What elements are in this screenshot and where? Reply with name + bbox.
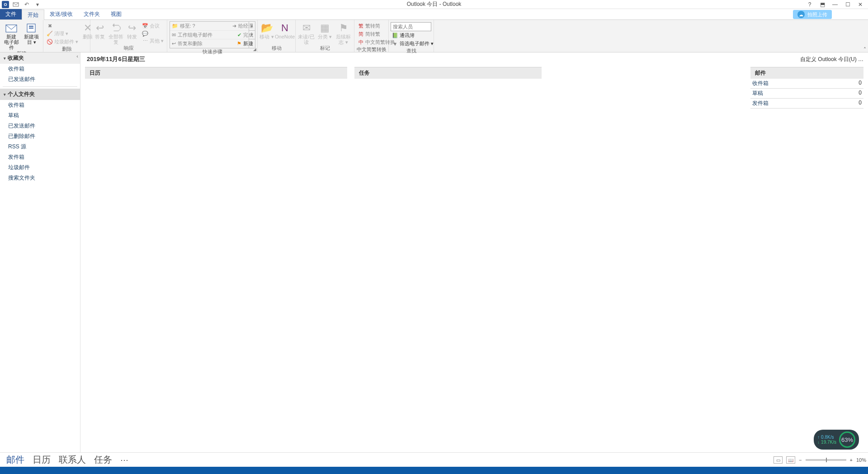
navpane-collapse-icon[interactable]: ‹: [76, 53, 78, 59]
more-icon: ⋯: [142, 38, 148, 44]
search-people-input[interactable]: [391, 22, 431, 31]
gallery-down-icon[interactable]: ▼: [249, 31, 255, 40]
navigation-pane: ‹ 收藏夹 收件箱 已发送邮件 个人文件夹 收件箱 草稿 已发送邮件 已删除邮件…: [0, 52, 80, 452]
nav-fav-sent[interactable]: 已发送邮件: [0, 74, 80, 85]
qat-sendreceive-icon[interactable]: [12, 0, 20, 9]
cloud-upload-icon: ☁: [797, 11, 805, 18]
qs-teammail: 工作组电子邮件: [178, 32, 212, 38]
close-icon[interactable]: ✕: [854, 0, 866, 9]
cleanup-button[interactable]: 🧹清理 ▾: [45, 30, 80, 38]
onenote-icon: N: [278, 22, 292, 34]
nav-fav-inbox[interactable]: 收件箱: [0, 64, 80, 74]
status-controls: ▭ 📖 − + 10%: [774, 454, 866, 466]
svg-rect-4: [29, 28, 33, 28]
mail-row-drafts[interactable]: 草稿0: [750, 89, 863, 99]
upload-button[interactable]: ☁ 拍照上传: [793, 10, 832, 19]
zoom-slider[interactable]: [806, 459, 846, 461]
nav-people[interactable]: 联系人: [59, 454, 86, 466]
help-icon[interactable]: ?: [804, 0, 816, 9]
ribbon-group-new: 新建 电子邮件 新建项目 ▾ 新建: [0, 20, 43, 52]
nav-rss[interactable]: RSS 源: [0, 142, 80, 152]
mail-panel: 邮件 收件箱0 草稿0 发件箱0: [750, 67, 863, 109]
customize-today-link[interactable]: 自定义 Outlook 今日(U) …: [800, 56, 863, 63]
reply-button[interactable]: ↩答复: [92, 21, 108, 39]
junk-button[interactable]: 🚫垃圾邮件 ▾: [45, 38, 80, 46]
reply-all-button[interactable]: ⮌全部答复: [108, 21, 124, 45]
zoom-minus-icon[interactable]: −: [799, 457, 802, 463]
nav-inbox[interactable]: 收件箱: [0, 100, 80, 110]
tab-home[interactable]: 开始: [22, 9, 44, 20]
ribbon-group-move: 📂移动 ▾ NOneNote 移动: [258, 20, 296, 52]
new-email-button[interactable]: 新建 电子邮件: [2, 21, 21, 50]
forward-arrow-icon: ➜: [232, 23, 236, 29]
nav-mail[interactable]: 邮件: [6, 454, 24, 466]
group-label-cnconv: 中文简繁转换: [356, 46, 387, 52]
group-label-move: 移动: [259, 45, 293, 52]
addressbook-button[interactable]: 📗通讯簿: [391, 32, 435, 39]
tab-folder[interactable]: 文件夹: [78, 9, 105, 19]
broom-icon: 🧹: [47, 31, 53, 37]
nav-searchfolders[interactable]: 搜索文件夹: [0, 173, 80, 183]
mail-panel-header: 邮件: [750, 67, 863, 79]
quicksteps-gallery[interactable]: 📁移至: ?➜给经理 ✉工作组电子邮件✔完成 ↩答复和删除⚑新建 ▲▼▾: [170, 21, 255, 48]
categorize-button[interactable]: ▦分类 ▾: [316, 21, 334, 39]
view-reading-icon[interactable]: 📖: [786, 456, 795, 464]
ribbon-group-find: 📗通讯簿 ▼筛选电子邮件 ▾ 查找: [389, 20, 434, 52]
calendar-panel: 日历: [85, 67, 347, 109]
more-respond-button[interactable]: ⋯其他 ▾: [141, 37, 165, 45]
mail-icon: ✉: [172, 32, 176, 38]
categorize-label: 分类 ▾: [318, 34, 332, 39]
mail-row-outbox[interactable]: 发件箱0: [750, 99, 863, 109]
nav-calendar[interactable]: 日历: [33, 454, 51, 466]
forward-button[interactable]: ↪转发: [124, 21, 140, 39]
view-normal-icon[interactable]: ▭: [774, 456, 783, 464]
nav-personal-header[interactable]: 个人文件夹: [0, 89, 80, 100]
ignore-button[interactable]: ✖: [45, 22, 80, 29]
nav-drafts[interactable]: 草稿: [0, 110, 80, 121]
tasks-panel: 任务: [354, 67, 542, 109]
nav-more-icon[interactable]: ⋯: [120, 455, 129, 465]
outlook-icon: O: [2, 1, 9, 8]
qat-undo-icon[interactable]: ↶: [23, 0, 31, 9]
collapse-ribbon-icon[interactable]: ˄: [863, 47, 866, 53]
new-item-button[interactable]: 新建项目 ▾: [22, 21, 42, 45]
gallery-up-icon[interactable]: ▲: [249, 22, 255, 31]
dialog-launcher-icon[interactable]: ◢: [253, 47, 256, 52]
ribbon-options-icon[interactable]: ⬒: [816, 0, 828, 9]
followup-button[interactable]: ⚑后续标志 ▾: [335, 21, 352, 45]
filter-email-button[interactable]: ▼筛选电子邮件 ▾: [391, 40, 435, 47]
onenote-label: OneNote: [275, 34, 295, 39]
new-email-icon: [4, 22, 19, 34]
nav-tasks[interactable]: 任务: [94, 454, 112, 466]
onenote-button[interactable]: NOneNote: [275, 21, 295, 39]
cn-trad-icon: 繁: [358, 23, 364, 29]
nav-outbox[interactable]: 发件箱: [0, 152, 80, 162]
nav-favorites-header[interactable]: 收藏夹: [0, 52, 80, 64]
ribbon: 新建 电子邮件 新建项目 ▾ 新建 ✖ 🧹清理 ▾ 🚫垃圾邮件 ▾ ✕ 删除: [0, 20, 868, 52]
maximize-icon[interactable]: ☐: [842, 0, 854, 9]
tab-sendreceive[interactable]: 发送/接收: [44, 9, 78, 19]
tab-view[interactable]: 视图: [105, 9, 127, 19]
ribbon-tabs: 文件 开始 发送/接收 文件夹 视图 ☁ 拍照上传: [0, 9, 868, 20]
reply-all-label: 全部答复: [108, 34, 124, 45]
flag-followup-icon: ⚑: [336, 22, 351, 34]
tab-file[interactable]: 文件: [0, 9, 22, 19]
nav-junk[interactable]: 垃圾邮件: [0, 162, 80, 173]
zoom-plus-icon[interactable]: +: [850, 457, 853, 463]
move-button[interactable]: 📂移动 ▾: [259, 21, 274, 39]
forward-label: 转发: [127, 34, 137, 39]
window-title: Outlook 今日 - Outlook: [407, 0, 462, 8]
im-icon: 💬: [142, 30, 148, 37]
mail-row-inbox[interactable]: 收件箱0: [750, 79, 863, 89]
nav-deleted[interactable]: 已删除邮件: [0, 131, 80, 142]
nav-sent[interactable]: 已发送邮件: [0, 121, 80, 131]
minimize-icon[interactable]: —: [829, 0, 841, 9]
today-date: 2019年11月6日星期三: [85, 55, 145, 63]
meeting-button[interactable]: 📅会议: [141, 22, 165, 30]
qat-customize-icon[interactable]: ▾: [33, 0, 42, 9]
im-button[interactable]: 💬: [141, 30, 165, 37]
ribbon-group-respond: ↩答复 ⮌全部答复 ↪转发 📅会议 💬 ⋯其他 ▾ 响应: [90, 20, 167, 52]
check-icon: ✔: [237, 32, 241, 38]
unread-button[interactable]: ✉未读/已读: [297, 21, 315, 45]
group-label-respond: 响应: [92, 45, 165, 52]
